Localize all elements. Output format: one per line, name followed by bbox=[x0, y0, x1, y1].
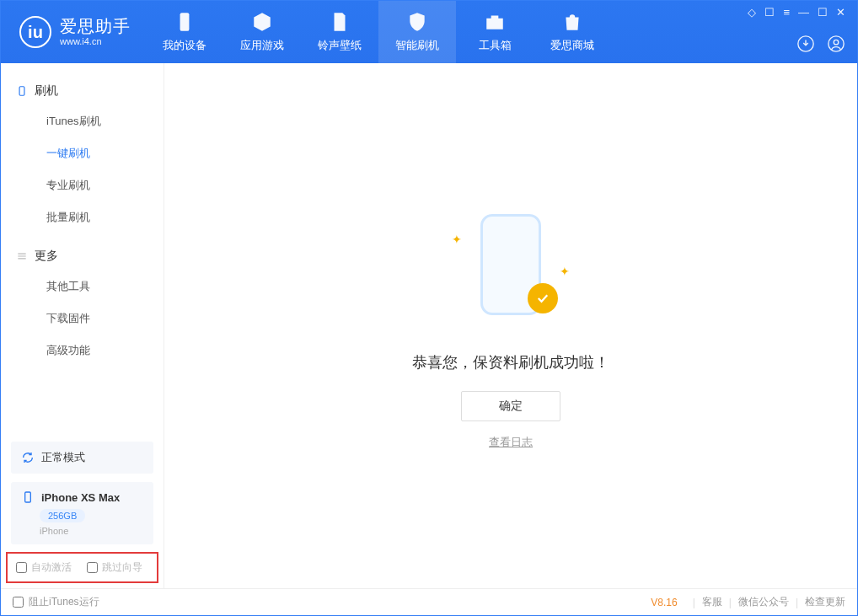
footer-update-link[interactable]: 检查更新 bbox=[805, 595, 845, 609]
ok-button[interactable]: 确定 bbox=[461, 391, 560, 421]
menu-small-icon bbox=[16, 250, 28, 262]
svg-rect-5 bbox=[25, 492, 31, 502]
window-controls: ◇ ☐ ≡ — ☐ ✕ bbox=[748, 6, 845, 19]
nav-label: 我的设备 bbox=[163, 38, 206, 53]
svg-point-3 bbox=[834, 40, 839, 45]
shield-refresh-icon bbox=[406, 11, 428, 33]
sidebar-group-more: 更多 bbox=[1, 242, 164, 271]
nav-label: 工具箱 bbox=[479, 38, 512, 53]
autoactivate-label: 自动激活 bbox=[31, 560, 72, 575]
nav-flash[interactable]: 智能刷机 bbox=[378, 1, 456, 63]
svg-rect-0 bbox=[180, 13, 190, 31]
phone-icon bbox=[174, 11, 196, 33]
footer-right: V8.16 | 客服 | 微信公众号 | 检查更新 bbox=[651, 595, 845, 609]
flash-options-highlight: 自动激活 跳过向导 bbox=[6, 552, 158, 583]
app-name: 爱思助手 bbox=[60, 17, 131, 36]
device-mode-row[interactable]: 正常模式 bbox=[11, 442, 153, 474]
nav-label: 铃声壁纸 bbox=[318, 38, 362, 53]
skipguide-label: 跳过向导 bbox=[102, 560, 142, 575]
header: iu 爱思助手 www.i4.cn 我的设备 应用游戏 铃声壁纸 智能刷机 工具… bbox=[1, 1, 857, 63]
nav-my-device[interactable]: 我的设备 bbox=[146, 1, 223, 63]
sidebar-item-advanced[interactable]: 高级功能 bbox=[1, 335, 164, 367]
sidebar: 刷机 iTunes刷机 一键刷机 专业刷机 批量刷机 更多 其他工具 下载固件 … bbox=[1, 63, 164, 588]
footer-left: 阻止iTunes运行 bbox=[13, 595, 99, 609]
check-badge-icon bbox=[528, 283, 558, 313]
nav-ringtone[interactable]: 铃声壁纸 bbox=[301, 1, 378, 63]
download-icon[interactable] bbox=[796, 35, 815, 53]
nav-label: 应用游戏 bbox=[240, 38, 284, 53]
sidebar-group-label: 刷机 bbox=[35, 83, 58, 99]
music-file-icon bbox=[329, 11, 351, 33]
device-name-row: iPhone XS Max bbox=[21, 490, 143, 504]
nav-apps[interactable]: 应用游戏 bbox=[223, 1, 301, 63]
toolbox-icon bbox=[484, 11, 506, 33]
separator: | bbox=[729, 597, 732, 608]
header-user-icons bbox=[748, 35, 845, 53]
option-autoactivate[interactable]: 自动激活 bbox=[16, 560, 72, 575]
footer: 阻止iTunes运行 V8.16 | 客服 | 微信公众号 | 检查更新 bbox=[1, 588, 857, 615]
sidebar-item-oneclick[interactable]: 一键刷机 bbox=[1, 137, 164, 169]
cube-icon bbox=[251, 11, 273, 33]
lock-icon[interactable]: ☐ bbox=[764, 6, 775, 19]
phone-small-icon bbox=[16, 85, 28, 97]
version-label: V8.16 bbox=[651, 597, 677, 608]
nav-label: 爱思商城 bbox=[550, 38, 594, 53]
sidebar-item-other[interactable]: 其他工具 bbox=[1, 271, 164, 303]
close-button[interactable]: ✕ bbox=[836, 6, 845, 19]
shirt-icon[interactable]: ◇ bbox=[748, 6, 756, 19]
bag-icon bbox=[561, 11, 583, 33]
device-panel: 正常模式 iPhone XS Max 256GB iPhone bbox=[11, 442, 153, 544]
svg-point-2 bbox=[829, 36, 844, 51]
success-illustration: ✦ ✦ bbox=[443, 202, 578, 337]
sidebar-item-itunes[interactable]: iTunes刷机 bbox=[1, 105, 164, 137]
success-message: 恭喜您，保资料刷机成功啦！ bbox=[412, 352, 609, 372]
option-skipguide[interactable]: 跳过向导 bbox=[87, 560, 142, 575]
header-right: ◇ ☐ ≡ — ☐ ✕ bbox=[748, 1, 845, 63]
device-type: iPhone bbox=[40, 526, 143, 536]
view-log-link[interactable]: 查看日志 bbox=[489, 435, 533, 450]
sparkle-icon: ✦ bbox=[452, 233, 462, 246]
top-nav: 我的设备 应用游戏 铃声壁纸 智能刷机 工具箱 爱思商城 bbox=[146, 1, 611, 63]
sparkle-icon: ✦ bbox=[560, 265, 570, 278]
svg-rect-4 bbox=[19, 87, 24, 96]
minimize-button[interactable]: — bbox=[798, 6, 809, 19]
body: 刷机 iTunes刷机 一键刷机 专业刷机 批量刷机 更多 其他工具 下载固件 … bbox=[1, 63, 857, 588]
main-content: ✦ ✦ 恭喜您，保资料刷机成功啦！ 确定 查看日志 bbox=[164, 63, 857, 588]
device-storage-badge: 256GB bbox=[40, 509, 85, 522]
sidebar-item-firmware[interactable]: 下载固件 bbox=[1, 303, 164, 335]
app-url: www.i4.cn bbox=[60, 36, 131, 47]
device-row[interactable]: iPhone XS Max 256GB iPhone bbox=[11, 482, 153, 544]
logo-icon: iu bbox=[19, 16, 51, 48]
user-icon[interactable] bbox=[827, 35, 845, 53]
block-itunes-label: 阻止iTunes运行 bbox=[29, 595, 99, 609]
menu-icon[interactable]: ≡ bbox=[783, 6, 790, 19]
device-mode-label: 正常模式 bbox=[41, 450, 85, 465]
refresh-icon bbox=[21, 451, 35, 464]
sidebar-item-batch[interactable]: 批量刷机 bbox=[1, 201, 164, 233]
separator: | bbox=[693, 597, 695, 608]
autoactivate-checkbox[interactable] bbox=[16, 562, 27, 573]
nav-store[interactable]: 爱思商城 bbox=[534, 1, 611, 63]
nav-label: 智能刷机 bbox=[395, 38, 439, 53]
maximize-button[interactable]: ☐ bbox=[818, 6, 828, 19]
device-name: iPhone XS Max bbox=[41, 491, 120, 504]
separator: | bbox=[796, 597, 798, 608]
block-itunes-checkbox[interactable] bbox=[13, 597, 24, 608]
phone-outline-icon bbox=[21, 490, 35, 504]
sidebar-item-pro[interactable]: 专业刷机 bbox=[1, 169, 164, 201]
footer-service-link[interactable]: 客服 bbox=[702, 595, 722, 609]
logo-text: 爱思助手 www.i4.cn bbox=[60, 17, 131, 47]
sidebar-group-flash: 刷机 bbox=[1, 77, 164, 105]
footer-wechat-link[interactable]: 微信公众号 bbox=[738, 595, 789, 609]
sidebar-group-label: 更多 bbox=[35, 249, 58, 264]
nav-toolbox[interactable]: 工具箱 bbox=[456, 1, 534, 63]
logo-area: iu 爱思助手 www.i4.cn bbox=[1, 16, 146, 48]
skipguide-checkbox[interactable] bbox=[87, 562, 98, 573]
